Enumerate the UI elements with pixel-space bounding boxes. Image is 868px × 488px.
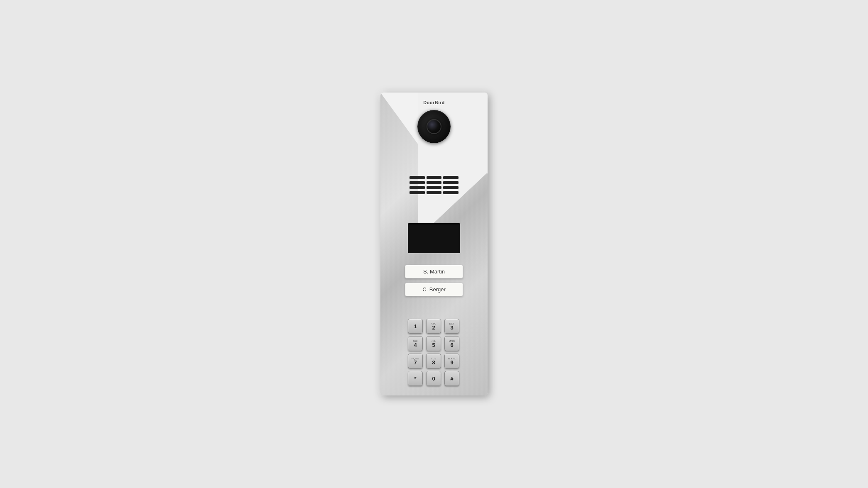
grille-slot	[427, 181, 442, 184]
doorbell-buttons: S. Martin C. Berger	[405, 265, 463, 296]
grille-slot	[443, 186, 459, 189]
doorbell-button-2[interactable]: C. Berger	[405, 283, 463, 296]
key-1[interactable]: 1	[408, 319, 423, 334]
doorbell-button-1[interactable]: S. Martin	[405, 265, 463, 278]
grille-slot	[443, 176, 459, 179]
key-0[interactable]: 0	[426, 371, 441, 386]
grille-slot	[409, 191, 425, 194]
numeric-keypad: 1ABC2DEF3GHI4JKL5MNO6PQRS7TUV8WXYZ9*0#	[408, 319, 460, 386]
key-6[interactable]: MNO6	[444, 336, 459, 351]
grille-slot	[409, 176, 425, 179]
grille-slot	[443, 181, 459, 184]
camera-housing	[417, 110, 451, 143]
grille-slot	[427, 186, 442, 189]
key-*[interactable]: *	[408, 371, 423, 386]
key-4[interactable]: GHI4	[408, 336, 423, 351]
grille-slot	[409, 186, 425, 189]
grille-slot	[443, 191, 459, 194]
device-wrapper: DoorBird S. Martin C. Berger	[380, 93, 488, 395]
speaker-grille	[407, 173, 461, 197]
key-#[interactable]: #	[444, 371, 459, 386]
key-8[interactable]: TUV8	[426, 354, 441, 368]
key-3[interactable]: DEF3	[444, 319, 459, 334]
key-5[interactable]: JKL5	[426, 336, 441, 351]
brand-logo: DoorBird	[423, 100, 445, 105]
grille-slot	[427, 191, 442, 194]
doorbell-unit: DoorBird S. Martin C. Berger	[380, 93, 488, 395]
camera-lens	[427, 119, 441, 134]
grille-slot	[427, 176, 442, 179]
key-2[interactable]: ABC2	[426, 319, 441, 334]
grille-slot	[409, 181, 425, 184]
key-7[interactable]: PQRS7	[408, 354, 423, 368]
display-screen	[408, 223, 460, 253]
key-9[interactable]: WXYZ9	[444, 354, 459, 368]
